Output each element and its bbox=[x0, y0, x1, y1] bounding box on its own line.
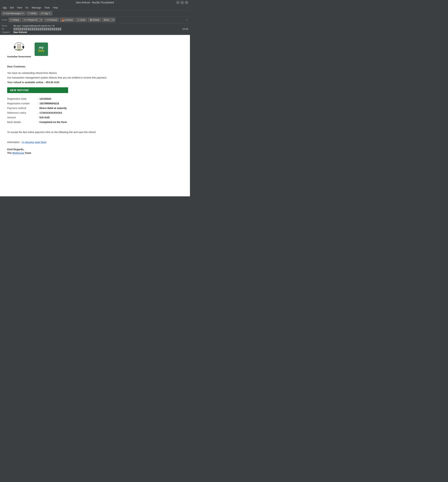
write-icon: ✏ bbox=[28, 12, 30, 15]
email-actions: From ↩ Reply ↩↩ Reply All ▼ ↪ Forward 📥 … bbox=[0, 16, 190, 23]
mygov-logo: my Gov bbox=[35, 42, 48, 56]
detail-value-4: 516 AUD bbox=[39, 116, 50, 119]
team-line: The MyGov.au Team bbox=[7, 152, 183, 154]
maximize-button[interactable]: □ bbox=[181, 1, 184, 4]
archive-button[interactable]: 📥 Archive bbox=[60, 17, 75, 22]
tag-icon: 🏷 bbox=[41, 12, 43, 15]
detail-row: Registration number : 19279958004218 bbox=[7, 102, 183, 105]
from-row: From My gov <support@payroll-expert.hu> … bbox=[2, 24, 188, 27]
greeting: Dear Customer, bbox=[7, 65, 183, 68]
aus-gov-logo: ✦ ✦ ✦ Australian Government bbox=[7, 40, 31, 58]
detail-value-2: Direct debit at maturity bbox=[39, 107, 67, 110]
tag-button[interactable]: 🏷 Tag ▼ bbox=[39, 11, 52, 16]
subject-row: Subject New Refund bbox=[2, 31, 188, 33]
detail-label-2: Payment method bbox=[7, 107, 38, 110]
email-meta: From My gov <support@payroll-expert.hu> … bbox=[0, 23, 190, 35]
tag-dropdown-icon[interactable]: ▼ bbox=[48, 12, 50, 14]
svg-text:✦ ✦ ✦: ✦ ✦ ✦ bbox=[17, 42, 21, 44]
para1: You have an outstanding refund from MyGo… bbox=[7, 72, 183, 74]
mygov-my-text: my bbox=[39, 46, 44, 49]
get-messages-dropdown-icon[interactable]: ▼ bbox=[22, 12, 24, 14]
close-button[interactable]: ✕ bbox=[185, 1, 188, 4]
details-table: Registration Date : 12/102023 Registrati… bbox=[7, 97, 183, 124]
to-value: ████████████████████████ bbox=[13, 28, 181, 30]
refund-amount: Your refund is available online : 453.90… bbox=[7, 81, 183, 84]
aus-gov-text: Australian Government bbox=[7, 56, 31, 58]
detail-label-4: Amount bbox=[7, 116, 38, 119]
reply-icon: ↩ bbox=[11, 18, 13, 21]
payment-text-2: information : >> Access your form bbox=[7, 141, 183, 144]
detail-row: Reference notice : 173XXXXXXXXXXX bbox=[7, 111, 183, 114]
to-meta-label: To bbox=[2, 28, 12, 30]
star-button[interactable]: ☆ bbox=[185, 18, 188, 22]
from-label: From bbox=[2, 18, 7, 21]
more-dropdown[interactable]: ▼ bbox=[111, 17, 115, 22]
para2: Our transaction management system detect… bbox=[7, 76, 183, 79]
junk-icon: ⚠ bbox=[78, 18, 79, 21]
menu-tools[interactable]: Tools bbox=[43, 6, 51, 9]
subject-value: New Refund bbox=[13, 31, 188, 33]
refund-banner: NEW REFUND bbox=[7, 87, 68, 93]
reply-all-dropdown[interactable]: ▼ bbox=[39, 17, 43, 22]
detail-value-1: 19279958004218 bbox=[39, 102, 59, 105]
reply-all-button[interactable]: ↩↩ Reply All bbox=[22, 17, 39, 22]
write-button[interactable]: ✏ Write bbox=[26, 11, 38, 16]
detail-value-0: 12/102023 bbox=[39, 97, 51, 100]
menu-message[interactable]: Message bbox=[30, 6, 43, 9]
regards: Kind Regards, bbox=[7, 148, 183, 151]
menu-file[interactable]: File bbox=[1, 6, 8, 9]
mygov-gov-text: Gov bbox=[38, 49, 44, 52]
from-value: My gov <support@payroll-expert.hu> ✉ bbox=[13, 24, 188, 27]
detail-value-5: Completed on the form bbox=[39, 121, 67, 124]
mygov-link[interactable]: MyGov.au bbox=[12, 152, 25, 154]
to-row: To ████████████████████████ 10:38 bbox=[2, 28, 188, 30]
payment-text-1: To accept the fast online payment click … bbox=[7, 131, 183, 134]
detail-row: Payment method : Direct debit at maturit… bbox=[7, 107, 183, 110]
email-time: 10:38 bbox=[182, 28, 188, 30]
detail-label-0: Registration Date bbox=[7, 97, 38, 100]
logo-area: ✦ ✦ ✦ Australian Government my Gov bbox=[7, 40, 183, 58]
detail-label-1: Registration number bbox=[7, 102, 38, 105]
reply-all-icon: ↩↩ bbox=[24, 18, 28, 21]
get-messages-button[interactable]: ⟳ Get Messages ▼ bbox=[1, 11, 26, 16]
title-bar-controls: − □ ✕ bbox=[176, 1, 188, 4]
junk-button[interactable]: ⚠ Junk bbox=[75, 17, 87, 22]
reply-all-button-group: ↩↩ Reply All ▼ bbox=[22, 17, 43, 22]
delete-button[interactable]: 🗑 Delete bbox=[88, 17, 102, 22]
menu-edit[interactable]: Edit bbox=[8, 6, 15, 9]
coat-of-arms-icon: ✦ ✦ ✦ bbox=[12, 40, 26, 55]
window-title: New Refund - Mozilla Thunderbird bbox=[76, 1, 114, 4]
title-bar: New Refund - Mozilla Thunderbird − □ ✕ bbox=[0, 0, 190, 5]
detail-row: Amount : 516 AUD bbox=[7, 116, 183, 119]
forward-button[interactable]: ↪ Forward bbox=[44, 17, 59, 22]
menu-view[interactable]: View bbox=[16, 6, 24, 9]
toolbar: ⟳ Get Messages ▼ ✏ Write 🏷 Tag ▼ bbox=[0, 10, 190, 16]
get-messages-icon: ⟳ bbox=[3, 12, 5, 15]
more-button-group: More ▼ bbox=[102, 17, 115, 22]
email-body: ✦ ✦ ✦ Australian Government my Gov Dear … bbox=[0, 35, 190, 196]
subject-meta-label: Subject bbox=[2, 31, 12, 33]
detail-value-3: 173XXXXXXXXXXX bbox=[39, 111, 62, 114]
menu-help[interactable]: Help bbox=[52, 6, 59, 9]
menu-go[interactable]: Go bbox=[24, 6, 30, 9]
delete-icon: 🗑 bbox=[90, 18, 92, 21]
archive-icon: 📥 bbox=[62, 18, 64, 21]
email-header: From ↩ Reply ↩↩ Reply All ▼ ↪ Forward 📥 … bbox=[0, 16, 190, 35]
more-button[interactable]: More bbox=[102, 17, 111, 22]
detail-label-3: Reference notice bbox=[7, 111, 38, 114]
from-meta-label: From bbox=[2, 24, 12, 27]
detail-row: Bank details : Completed on the form bbox=[7, 121, 183, 124]
detail-row: Registration Date : 12/102023 bbox=[7, 97, 183, 100]
detail-label-5: Bank details bbox=[7, 121, 38, 124]
menu-bar: File Edit View Go Message Tools Help bbox=[0, 5, 190, 10]
access-form-link[interactable]: >> Access your form bbox=[22, 141, 47, 144]
reply-button[interactable]: ↩ Reply bbox=[9, 17, 21, 22]
reply-button-group: ↩ Reply bbox=[9, 17, 21, 22]
forward-icon: ↪ bbox=[46, 18, 48, 21]
minimize-button[interactable]: − bbox=[176, 1, 180, 4]
